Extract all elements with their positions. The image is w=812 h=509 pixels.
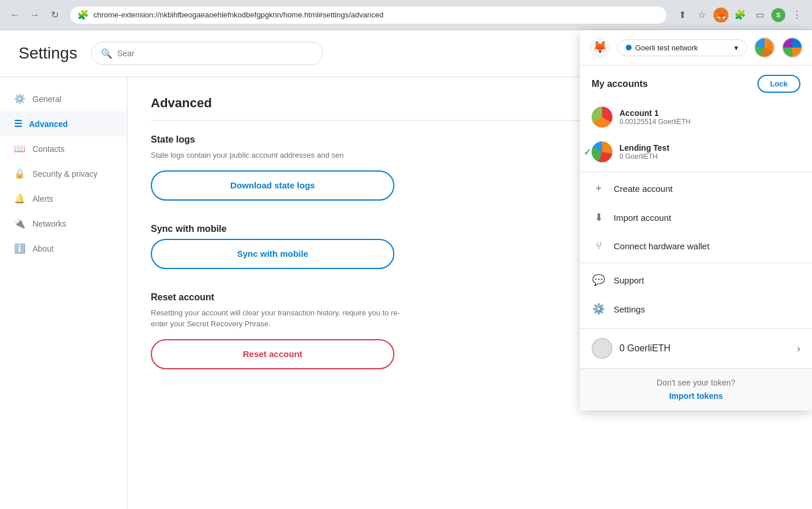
sync-mobile-button[interactable]: Sync with mobile [151,239,394,269]
account-selected-checkmark: ✓ [583,147,591,158]
account-2-avatar [592,141,612,162]
sidebar-item-alerts[interactable]: 🔔 Alerts [0,186,127,211]
browser-chrome: ← → ↻ 🧩 chrome-extension://nkbihfbeogaea… [0,0,812,30]
sidebar-item-label: Networks [32,219,66,228]
account-2-balance: 0 GoerliETH [619,152,800,161]
back-button[interactable]: ← [7,7,23,23]
sidebar-item-label: Security & privacy [32,169,97,179]
sidebar-item-label: Contacts [32,144,64,154]
account-1-name: Account 1 [619,108,800,118]
connect-hardware-item[interactable]: ⑂ Connect hardware wallet [580,232,812,260]
reset-account-button[interactable]: Reset account [151,339,394,369]
sidebar-item-networks[interactable]: 🔌 Networks [0,211,127,236]
sidebar-item-label: Alerts [32,194,53,203]
contacts-icon: 📖 [14,143,26,154]
sidebar-item-label: About [32,244,54,253]
search-icon: 🔍 [101,48,113,59]
browser-actions: ⬆ ☆ 🦊 🧩 ▭ S ⋮ [674,7,805,23]
sidebar-item-advanced[interactable]: ☰ Advanced [0,111,127,136]
network-label: Goerli test network [635,43,698,52]
sidebar-item-label: General [32,94,61,104]
account-item-2[interactable]: ✓ Lending Test 0 GoerliETH [580,134,812,169]
create-account-label: Create account [614,184,673,194]
gear-icon: ⚙️ [14,93,26,104]
divider-1 [580,172,812,172]
metamask-logo: 🦊 [589,37,610,58]
settings-icon: ⚙️ [592,303,606,315]
account-circle-avatar[interactable] [782,37,803,58]
chevron-down-icon: ▾ [734,43,738,52]
profile-button[interactable]: S [771,8,785,22]
account-1-avatar [592,107,612,128]
sidebar-item-contacts[interactable]: 📖 Contacts [0,136,127,161]
app-container: Settings 🔍 ⚙️ General ☰ Advanced 📖 [0,30,812,509]
bell-icon: 🔔 [14,193,26,204]
reset-account-title: Reset account [151,292,580,303]
url-text: chrome-extension://nkbihfbeogaeaoehlefnk… [93,10,659,19]
account-2-info: Lending Test 0 GoerliETH [619,143,800,161]
nav-buttons: ← → ↻ [7,7,63,23]
reset-account-desc: Resetting your account will clear your t… [151,307,406,330]
footer-balance-text: 0 GoerliETH [619,343,670,354]
state-logs-title: State logs [151,134,580,145]
create-account-item[interactable]: + Create account [580,174,812,203]
support-label: Support [614,275,644,285]
download-state-logs-button[interactable]: Download state logs [151,170,394,201]
account-1-balance: 0.00125514 GoerliETH [619,118,800,126]
account-1-info: Account 1 0.00125514 GoerliETH [619,108,800,126]
import-account-item[interactable]: ⬇ Import account [580,203,812,232]
footer-balance-left: 0 GoerliETH [592,338,670,359]
menu-button[interactable]: ⋮ [789,7,805,23]
chevron-right-icon: › [797,343,800,355]
import-account-label: Import account [614,213,671,223]
download-icon: ⬇ [592,211,606,224]
sidebar-button[interactable]: ▭ [752,7,768,23]
footer-balance[interactable]: 0 GoerliETH › [580,328,812,368]
share-button[interactable]: ⬆ [674,7,690,23]
search-input[interactable] [117,49,313,58]
bookmark-button[interactable]: ☆ [694,7,710,23]
reset-account-section: Reset account Resetting your account wil… [151,292,580,369]
settings-item[interactable]: ⚙️ Settings [580,295,812,323]
empty-avatar [592,338,612,359]
sidebar-item-security[interactable]: 🔒 Security & privacy [0,161,127,186]
metamask-extension-icon[interactable]: 🦊 [713,8,728,23]
settings-label: Settings [614,304,645,314]
extension-icon: 🧩 [77,9,89,20]
sidebar: ⚙️ General ☰ Advanced 📖 Contacts 🔒 Secur… [0,77,128,509]
content-title: Advanced [151,96,580,121]
accounts-header: My accounts Lock [580,66,812,100]
support-icon: 💬 [592,274,606,286]
network-icon: 🔌 [14,218,26,229]
sync-mobile-section: Sync with mobile Sync with mobile [151,224,580,269]
account-item-1[interactable]: Account 1 0.00125514 GoerliETH [580,100,812,134]
network-selector-button[interactable]: Goerli test network ▾ [617,39,747,56]
sync-mobile-title: Sync with mobile [151,224,580,234]
sidebar-item-general[interactable]: ⚙️ General [0,86,127,111]
import-tokens-link[interactable]: Import tokens [669,391,723,401]
page-title: Settings [19,44,77,63]
lock-icon: 🔒 [14,168,26,179]
support-item[interactable]: 💬 Support [580,266,812,295]
connect-hardware-label: Connect hardware wallet [614,241,709,251]
search-bar[interactable]: 🔍 [91,42,323,65]
divider-2 [580,263,812,263]
lock-button[interactable]: Lock [757,75,800,93]
sidebar-item-label: Advanced [29,119,68,129]
token-section: Don't see your token? Import tokens [580,368,812,410]
network-status-dot [626,45,632,50]
content-area: Advanced State logs State logs contain y… [128,77,603,509]
address-bar[interactable]: 🧩 chrome-extension://nkbihfbeogaeaoehlef… [70,6,667,24]
reload-button[interactable]: ↻ [46,7,63,23]
forward-button[interactable]: → [27,7,43,23]
sidebar-item-about[interactable]: ℹ️ About [0,236,127,261]
sliders-icon: ☰ [14,118,22,129]
my-accounts-label: My accounts [592,79,648,89]
usb-icon: ⑂ [592,240,606,252]
account-pie-avatar[interactable] [754,37,775,58]
accounts-dropdown: 🦊 Goerli test network ▾ My accounts Lock… [580,30,812,410]
state-logs-desc: State logs contain your public account a… [151,150,406,161]
svg-text:🦊: 🦊 [593,40,607,54]
extensions-button[interactable]: 🧩 [732,7,748,23]
token-question-text: Don't see your token? [592,378,800,387]
